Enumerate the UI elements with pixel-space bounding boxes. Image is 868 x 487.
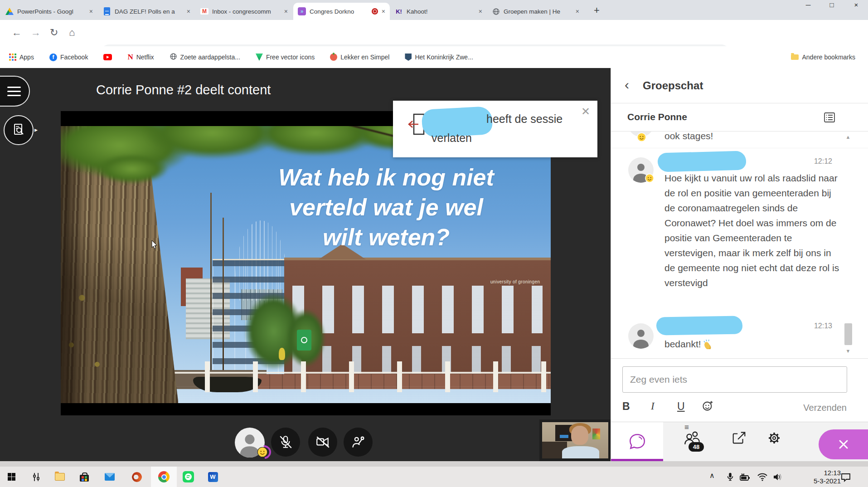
- scrollbar-thumb[interactable]: [844, 323, 852, 345]
- toast-close-icon[interactable]: ✕: [581, 105, 590, 118]
- scroll-down-icon[interactable]: ▼: [844, 348, 852, 354]
- tab-close-icon[interactable]: ×: [284, 8, 288, 15]
- tab-close-icon[interactable]: ×: [382, 8, 385, 15]
- tab-powerpoints[interactable]: PowerPoints - Googl ×: [1, 3, 97, 20]
- raise-hand-icon: [350, 434, 366, 450]
- bookmark-free-vector-icons[interactable]: Free vector icons: [256, 54, 315, 61]
- spotify-icon[interactable]: [182, 471, 194, 483]
- gear-icon: [765, 429, 783, 447]
- tray-clock[interactable]: 12:13 5-3-2021: [814, 469, 841, 485]
- task-view-icon[interactable]: [30, 471, 42, 483]
- word-icon[interactable]: W: [207, 471, 219, 483]
- bookmark-netflix[interactable]: N Netflix: [127, 53, 154, 62]
- tab-close-icon[interactable]: ×: [187, 8, 190, 15]
- bookmarks-bar: Apps f Facebook N Netflix Zoete aardappe…: [0, 46, 868, 68]
- partial-message-text: ook stages!: [664, 131, 713, 141]
- back-chevron-icon[interactable]: ‹: [625, 78, 629, 92]
- tray-speaker-icon[interactable]: [771, 471, 784, 483]
- forward-icon[interactable]: →: [31, 27, 41, 39]
- chat-input[interactable]: [622, 366, 847, 393]
- home-icon[interactable]: ⌂: [69, 27, 75, 39]
- close-panel-button[interactable]: [819, 429, 868, 459]
- mic-off-icon: [278, 434, 293, 450]
- my-smiley-status-icon[interactable]: [257, 446, 268, 460]
- youtube-icon: [103, 54, 112, 60]
- message-text: bedankt!: [664, 336, 842, 353]
- underline-button[interactable]: U: [677, 400, 685, 413]
- new-tab-button[interactable]: +: [594, 5, 600, 16]
- reload-icon[interactable]: ↻: [50, 27, 58, 39]
- tab-share-content[interactable]: [731, 429, 748, 448]
- tab-kahoot[interactable]: K! Kahoot! ×: [390, 3, 487, 20]
- bold-button[interactable]: B: [622, 400, 630, 413]
- toast-text-line2: verlaten: [432, 131, 472, 145]
- bookmark-facebook[interactable]: f Facebook: [49, 54, 88, 61]
- tab-close-icon[interactable]: ×: [576, 8, 579, 15]
- expand-icon[interactable]: ▸: [34, 126, 38, 133]
- slide-title: Wat heb ik nog niet verteld wat je wel w…: [241, 162, 531, 252]
- session-menu-button[interactable]: [0, 76, 30, 107]
- italic-button[interactable]: I: [651, 400, 655, 412]
- bookmark-koninkrijk[interactable]: Het Koninkrijk Zwe...: [405, 54, 473, 61]
- raise-hand-button[interactable]: [344, 428, 373, 457]
- tab-close-icon[interactable]: ×: [89, 8, 93, 15]
- collaborate-stage: Corrie Ponne #2 deelt content ▸: [0, 68, 611, 461]
- send-button[interactable]: Verzenden: [803, 403, 847, 413]
- tab-groepen[interactable]: Groepen maken | He ×: [487, 3, 584, 20]
- tab-inbox[interactable]: M Inbox - congrescomm ×: [196, 3, 292, 20]
- chat-title: Groepschat: [643, 79, 703, 92]
- tab-dag-zelf[interactable]: DAG ZELF! Polls en a ×: [98, 3, 195, 20]
- camera-off-icon: [315, 434, 330, 450]
- microphone-muted-button[interactable]: [271, 428, 300, 457]
- tray-battery-icon[interactable]: [739, 471, 751, 483]
- session-left-toast: heeft de sessie verlaten ✕: [393, 101, 597, 157]
- tray-chevron-icon[interactable]: ∧: [709, 471, 715, 480]
- recording-indicator-icon: [372, 8, 378, 15]
- tray-wifi-icon[interactable]: [756, 471, 768, 483]
- bookmark-apps[interactable]: Apps: [9, 54, 34, 61]
- back-icon[interactable]: ←: [12, 27, 22, 39]
- tomato-icon: [330, 54, 337, 61]
- chat-bubble-icon: [628, 432, 647, 451]
- folder-icon: [791, 54, 799, 60]
- tab-chat-active[interactable]: [611, 422, 663, 461]
- tray-mic-icon[interactable]: [724, 471, 736, 483]
- office-icon[interactable]: [131, 471, 143, 483]
- globe-icon: [492, 7, 500, 15]
- close-icon: [837, 438, 850, 451]
- chat-message-list[interactable]: ook stages! 12:12 Hoe kijkt u vanuit uw …: [611, 131, 868, 358]
- other-bookmarks-button[interactable]: Andere bookmarks: [791, 54, 855, 61]
- microsoft-store-icon[interactable]: [78, 471, 90, 483]
- webcam-thumbnail[interactable]: [539, 419, 611, 461]
- window-minimize-button[interactable]: ─: [798, 1, 819, 9]
- window-close-button[interactable]: ×: [846, 1, 867, 9]
- bookmark-zoete[interactable]: Zoete aardappelsta...: [170, 53, 240, 62]
- facebook-icon: f: [49, 54, 57, 61]
- view-controls-button[interactable]: [4, 115, 34, 145]
- bookmark-youtube[interactable]: [103, 54, 112, 60]
- action-center-icon[interactable]: [839, 471, 852, 483]
- globe-icon: [170, 53, 177, 62]
- windows-taskbar: W ∧ 12:13 5-3-2021: [0, 467, 868, 487]
- browser-tabstrip: PowerPoints - Googl × DAG ZELF! Polls en…: [0, 0, 868, 20]
- mail-icon[interactable]: [103, 471, 116, 483]
- tab-congres-active[interactable]: » Congres Dorkno ×: [293, 3, 390, 20]
- bookmark-lekker-en-simpel[interactable]: Lekker en Simpel: [330, 54, 389, 61]
- message-time: 12:12: [814, 157, 832, 166]
- crest-icon: [405, 54, 412, 61]
- tab-settings[interactable]: [765, 429, 783, 449]
- chat-composer: B I U Verzenden: [611, 358, 868, 422]
- tab-close-icon[interactable]: ×: [479, 8, 482, 15]
- emoji-button[interactable]: [702, 399, 714, 414]
- clock-date: 5-3-2021: [814, 477, 841, 485]
- file-explorer-icon[interactable]: [53, 471, 66, 483]
- session-status-title: Corrie Ponne #2 deelt content: [96, 83, 271, 97]
- scroll-up-icon[interactable]: ▲: [844, 134, 852, 140]
- toast-text-line1: heeft de sessie: [486, 112, 563, 126]
- camera-muted-button[interactable]: [308, 428, 337, 457]
- chat-options-list-icon[interactable]: [823, 111, 836, 126]
- chat-header: ‹ Groepschat: [611, 68, 868, 103]
- chrome-icon[interactable]: [158, 471, 170, 483]
- window-maximize-button[interactable]: □: [821, 1, 842, 9]
- start-button[interactable]: [5, 471, 18, 483]
